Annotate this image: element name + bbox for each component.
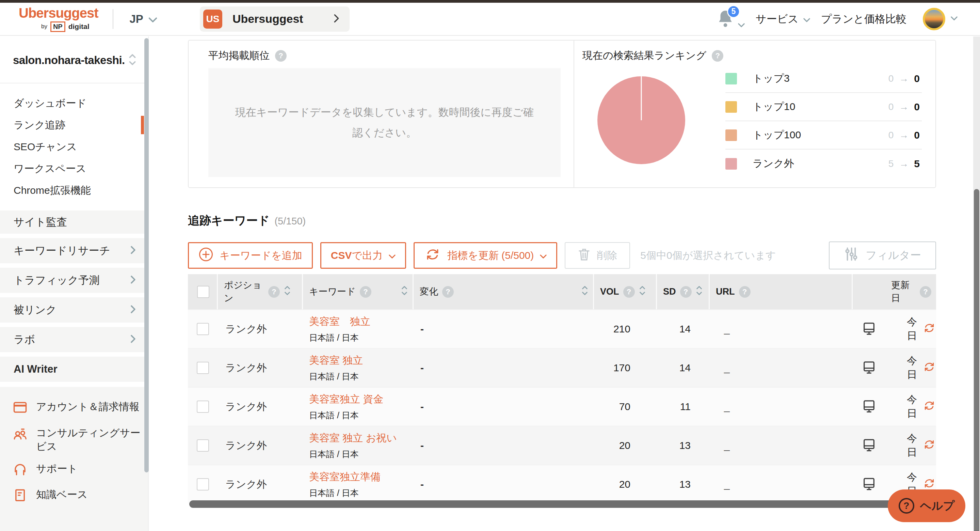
sidebar-nav: ダッシュボード ランク追跡 SEOチャンス ワークスペース Chrome拡張機能: [0, 83, 148, 206]
column-header-keyword[interactable]: キーワード ?: [303, 274, 414, 309]
column-header-position[interactable]: ポジション ?: [218, 274, 303, 309]
keyword-link[interactable]: 美容室独立準備: [309, 470, 414, 484]
pricing-link[interactable]: プランと価格比較: [821, 12, 907, 26]
sd-value: 13: [657, 440, 710, 451]
logo-digital-text: digital: [68, 22, 89, 31]
ubersuggest-logo[interactable]: Ubersuggest by NP digital: [19, 6, 99, 32]
row-checkbox[interactable]: [197, 400, 209, 413]
help-tooltip-icon[interactable]: ?: [360, 286, 371, 298]
credit-card-icon: [13, 400, 27, 418]
help-tooltip-icon[interactable]: ?: [268, 286, 280, 298]
keyword-link[interactable]: 美容室 独立 お祝い: [309, 431, 414, 445]
account-billing-link[interactable]: アカウント＆請求情報: [13, 396, 141, 422]
change-value: -: [414, 440, 594, 451]
delete-button[interactable]: 削除: [565, 242, 630, 269]
sidebar-item-traffic-estimation[interactable]: トラフィック予測: [0, 268, 148, 293]
support-link[interactable]: サポート: [13, 458, 141, 484]
help-button[interactable]: ? ヘルプ: [888, 490, 966, 522]
keyword-link[interactable]: 美容室 独立: [309, 354, 414, 367]
sort-chevrons-icon[interactable]: [696, 285, 703, 299]
serp-ranking-title: 現在の検索結果ランキング: [582, 49, 706, 63]
refresh-row-icon[interactable]: [923, 439, 936, 453]
site-switcher[interactable]: salon.nohara-takeshi.: [0, 37, 148, 83]
app-header: Ubersuggest by NP digital JP US Ubersugg…: [0, 3, 980, 36]
sort-chevrons-icon[interactable]: [284, 285, 291, 299]
help-tooltip-icon[interactable]: ?: [739, 286, 751, 298]
desktop-device-icon: [853, 322, 885, 336]
keyword-link[interactable]: 美容室独立 資金: [309, 392, 414, 407]
position-value: ランク外: [218, 400, 303, 414]
row-checkbox[interactable]: [197, 323, 209, 335]
sliders-icon: [844, 246, 858, 265]
sidebar-item-workspace[interactable]: ワークスペース: [0, 158, 148, 180]
sort-chevrons-icon[interactable]: [639, 285, 646, 299]
sidebar-scrollbar[interactable]: [144, 38, 149, 472]
tracked-keywords-title: 追跡キーワード: [188, 213, 270, 228]
change-value: -: [414, 362, 594, 374]
keywords-toolbar: キーワードを追加 CSVで出力 指標を更新 (5/500) 削除 5個中0個が選…: [188, 241, 936, 269]
notifications-button[interactable]: 5: [717, 9, 745, 29]
chevron-right-icon: [131, 244, 136, 257]
desktop-device-icon: [853, 477, 885, 491]
chevron-down-icon: [951, 16, 958, 22]
table-row: ランク外 美容室 独立日本語 / 日本 - 210 14 _ 今日: [188, 309, 936, 348]
row-checkbox[interactable]: [197, 439, 209, 452]
filter-button[interactable]: フィルター: [829, 241, 936, 269]
window-scrollbar-thumb[interactable]: [974, 189, 979, 531]
knowledge-base-link[interactable]: 知識ベース: [13, 484, 141, 510]
add-keyword-button[interactable]: キーワードを追加: [188, 242, 313, 269]
sidebar-item-site-audit[interactable]: サイト監査: [0, 210, 148, 234]
avatar: [923, 8, 945, 30]
help-tooltip-icon[interactable]: ?: [275, 50, 286, 62]
sort-chevrons-icon[interactable]: [401, 285, 408, 299]
legend-swatch: [725, 73, 737, 85]
help-tooltip-icon[interactable]: ?: [680, 286, 692, 298]
help-tooltip-icon[interactable]: ?: [920, 286, 931, 298]
legend-swatch: [725, 158, 737, 170]
export-csv-button[interactable]: CSVで出力: [320, 242, 406, 269]
position-value: ランク外: [218, 361, 303, 375]
question-circle-icon: ?: [899, 498, 914, 513]
refresh-row-icon[interactable]: [923, 322, 936, 336]
legend-row-top3: トップ3 0→0: [725, 65, 922, 93]
sidebar-footer: アカウント＆請求情報 コンサルティングサービス サポート 知識ベース: [0, 387, 148, 531]
update-metrics-button[interactable]: 指標を更新 (5/500): [414, 242, 557, 269]
locale-selector[interactable]: JP: [130, 13, 157, 26]
sidebar-item-rank-tracking[interactable]: ランク追跡: [0, 114, 148, 136]
consulting-services-link[interactable]: コンサルティングサービス: [13, 422, 141, 458]
keyword-link[interactable]: 美容室 独立: [309, 315, 414, 328]
sidebar-item-ai-writer[interactable]: AI Writer: [0, 357, 148, 382]
row-checkbox[interactable]: [197, 362, 209, 374]
column-header-updated[interactable]: 更新日 ?: [885, 274, 936, 309]
services-menu[interactable]: サービス: [756, 12, 810, 26]
refresh-row-icon[interactable]: [923, 361, 936, 375]
table-row: ランク外 美容室独立準備日本語 / 日本 - 20 13 _ 今日: [188, 465, 936, 504]
sort-chevrons-icon[interactable]: [581, 285, 588, 299]
window-scrollbar-track[interactable]: [973, 37, 980, 531]
select-all-checkbox[interactable]: [197, 286, 209, 298]
column-header-vol[interactable]: VOL ?: [594, 274, 657, 309]
column-header-sd[interactable]: SD ?: [657, 274, 710, 309]
sidebar-item-backlinks[interactable]: 被リンク: [0, 297, 148, 322]
sidebar-item-dashboard[interactable]: ダッシュボード: [0, 92, 148, 114]
column-header-url[interactable]: URL ?: [710, 274, 853, 309]
help-tooltip-icon[interactable]: ?: [623, 286, 635, 298]
sidebar-item-keyword-research[interactable]: キーワードリサーチ: [0, 238, 148, 263]
sidebar-item-seo-opportunities[interactable]: SEOチャンス: [0, 136, 148, 158]
help-tooltip-icon[interactable]: ?: [712, 50, 723, 62]
position-value: ランク外: [218, 478, 303, 491]
column-header-change[interactable]: 変化 ?: [414, 274, 594, 309]
sidebar-item-chrome-extension[interactable]: Chrome拡張機能: [0, 180, 148, 201]
account-menu[interactable]: [923, 8, 958, 30]
sidebar-item-labs[interactable]: ラボ: [0, 327, 148, 352]
help-tooltip-icon[interactable]: ?: [442, 286, 454, 298]
desktop-device-icon: [853, 400, 885, 414]
horizontal-scrollbar[interactable]: [189, 500, 907, 508]
project-selector[interactable]: US Ubersuggest: [200, 6, 350, 32]
row-checkbox[interactable]: [197, 478, 209, 491]
keyword-locale: 日本語 / 日本: [309, 487, 414, 499]
desktop-device-icon: [853, 361, 885, 375]
np-digital-logo: NP: [50, 21, 65, 32]
refresh-row-icon[interactable]: [923, 400, 936, 414]
ranking-pie-chart: [597, 76, 685, 164]
